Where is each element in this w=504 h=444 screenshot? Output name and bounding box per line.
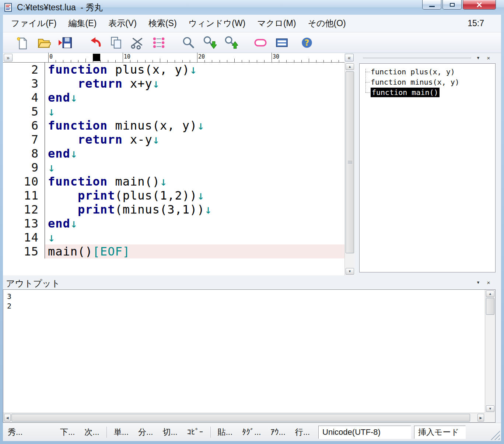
code-line-14[interactable]: 14↓: [3, 230, 344, 244]
vscroll-track[interactable]: ▲ ▼: [344, 63, 355, 275]
output-menu-button[interactable]: ▼: [474, 279, 482, 286]
newline-mark-icon: ↓: [48, 161, 55, 175]
help-button[interactable]: ?: [296, 34, 318, 51]
code-line-8[interactable]: 8end↓: [3, 147, 344, 161]
newline-mark-icon: ↓: [48, 105, 55, 119]
copy-button[interactable]: [105, 34, 127, 51]
menu-item[interactable]: ファイル(F): [5, 18, 63, 29]
window-controls: [421, 0, 496, 10]
outline-tree: function plus(x, y)function minus(x, y)f…: [360, 64, 495, 98]
status-button[interactable]: 次...: [80, 426, 104, 438]
undo-button[interactable]: [84, 34, 105, 51]
find-down-button[interactable]: [199, 34, 220, 51]
line-number: 7: [3, 133, 45, 147]
code-line-4[interactable]: 4end↓: [3, 91, 344, 105]
status-buttons: 秀...下...次...単...分...切...ｺﾋﾟｰ貼...ﾀｸﾞ...ｱｳ…: [3, 426, 315, 438]
outline-item[interactable]: function main(): [363, 87, 495, 98]
status-button[interactable]: 貼...: [213, 426, 237, 438]
panel-handle[interactable]: [363, 58, 471, 58]
menu-item[interactable]: 検索(S): [143, 18, 183, 29]
new-file-icon: [15, 36, 29, 50]
menu-item[interactable]: 表示(V): [102, 18, 143, 29]
outline-header[interactable]: ▼ ×: [359, 53, 496, 63]
status-button[interactable]: 切...: [158, 426, 182, 438]
output-vscroll-thumb[interactable]: [486, 298, 494, 315]
outline-item[interactable]: function plus(x, y): [363, 67, 495, 77]
output-content[interactable]: 32: [3, 290, 485, 413]
code-line-11[interactable]: 11 print(plus(1,2))↓: [3, 188, 344, 202]
code-line-5[interactable]: 5↓: [3, 105, 344, 119]
split-window-button[interactable]: [271, 34, 293, 51]
code-line-12[interactable]: 12 print(minus(3,1))↓: [3, 202, 344, 216]
menu-item[interactable]: ウィンドウ(W): [183, 18, 252, 29]
separator: [106, 427, 107, 438]
save-file-button[interactable]: [55, 34, 76, 51]
open-file-button[interactable]: [33, 34, 55, 51]
minimize-button[interactable]: [422, 0, 441, 10]
find-button[interactable]: [178, 34, 199, 51]
replace-button[interactable]: [250, 34, 271, 51]
code-line-3[interactable]: 3 return x+y↓: [3, 77, 344, 91]
output-scroll-up-button[interactable]: ▲: [486, 290, 494, 297]
title-bar[interactable]: C:¥tets¥test.lua - 秀丸: [0, 0, 504, 15]
menu-item[interactable]: マクロ(M): [251, 18, 302, 29]
cut-button[interactable]: [127, 34, 148, 51]
menu-item[interactable]: 編集(E): [63, 18, 103, 29]
output-close-button[interactable]: ×: [484, 279, 493, 286]
scroll-down-button[interactable]: ▼: [346, 268, 354, 275]
output-scroll-right-button[interactable]: ▶: [477, 414, 484, 422]
status-button[interactable]: ﾀｸﾞ...: [237, 426, 266, 438]
code-text: end↓: [45, 216, 344, 230]
encoding-indicator[interactable]: Unicode(UTF-8): [318, 426, 411, 439]
maximize-button[interactable]: [442, 0, 462, 10]
panel-menu-button[interactable]: ▼: [474, 54, 482, 61]
new-file-button[interactable]: [12, 34, 33, 51]
status-button[interactable]: 分...: [133, 426, 158, 438]
editor-lines: 2function plus(x, y)↓3 return x+y↓4end↓5…: [3, 63, 344, 275]
outline-panel: ▼ × function plus(x, y)function minus(x,…: [359, 53, 496, 275]
status-bar: 秀...下...次...単...分...切...ｺﾋﾟｰ貼...ﾀｸﾞ...ｱｳ…: [3, 423, 501, 441]
code-line-15[interactable]: 15main()[EOF]: [3, 244, 344, 258]
code-line-6[interactable]: 6function minus(x, y)↓: [3, 119, 344, 133]
status-button[interactable]: 下...: [55, 426, 80, 438]
output-scroll-left-button[interactable]: ◀: [4, 414, 11, 422]
find-up-button[interactable]: [220, 34, 242, 51]
outline-item[interactable]: function minus(x, y): [363, 77, 495, 87]
editor-pane[interactable]: » 0102030 2function plus(x, y)↓3 return …: [3, 53, 344, 275]
resize-grip[interactable]: [490, 430, 500, 440]
code-line-13[interactable]: 13end↓: [3, 216, 344, 230]
code-line-9[interactable]: 9↓: [3, 161, 344, 175]
status-button[interactable]: ｺﾋﾟｰ: [182, 426, 208, 438]
scroll-up-button[interactable]: ▲: [346, 63, 354, 70]
line-number: 4: [3, 91, 45, 105]
ruler-tick: [301, 60, 302, 62]
status-button[interactable]: 単...: [109, 426, 133, 438]
newline-mark-icon: ↓: [153, 133, 160, 147]
code-line-2[interactable]: 2function plus(x, y)↓: [3, 63, 344, 77]
code-line-7[interactable]: 7 return x-y↓: [3, 133, 344, 147]
line-number: 8: [3, 147, 45, 161]
ruler-collapse-button[interactable]: «: [345, 54, 354, 61]
line-number: 5: [3, 105, 45, 119]
paste-button[interactable]: [148, 34, 169, 51]
output-hscrollbar[interactable]: ◀ ▶: [3, 413, 485, 422]
output-hscroll-thumb[interactable]: [11, 414, 470, 422]
save-file-icon: [58, 36, 72, 50]
ruler-cursor-marker: [93, 54, 100, 61]
input-mode-indicator[interactable]: 挿入モード: [414, 426, 466, 439]
code-line-10[interactable]: 10function main()↓: [3, 175, 344, 188]
output-vscrollbar[interactable]: ▲ ▼: [485, 290, 495, 413]
toolbar-overflow-button[interactable]: »: [4, 54, 13, 61]
ruler-tick: [190, 60, 190, 62]
vscroll-thumb[interactable]: [346, 71, 354, 253]
help-icon: ?: [300, 36, 314, 50]
output-scroll-down-button[interactable]: ▼: [486, 405, 494, 412]
line-number: 13: [3, 216, 45, 230]
menu-item[interactable]: その他(O): [302, 18, 351, 29]
status-button[interactable]: ｱｳ...: [266, 426, 290, 438]
status-button[interactable]: 行...: [290, 426, 315, 438]
output-header[interactable]: アウトプット ▼ ×: [3, 275, 501, 289]
panel-close-button[interactable]: ×: [484, 54, 493, 61]
status-button[interactable]: 秀...: [3, 426, 27, 438]
close-button[interactable]: [463, 0, 496, 10]
